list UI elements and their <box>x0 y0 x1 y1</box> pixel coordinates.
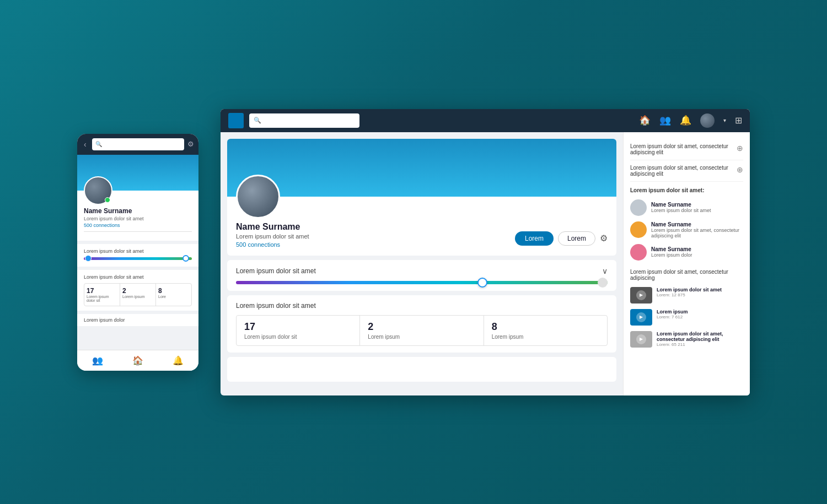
profile-gear-button[interactable]: ⚙ <box>600 233 608 243</box>
mobile-stat-text-1: Lorem ipsum <box>122 295 153 299</box>
desktop-body: Name Surname Lorem ipsum dolor sit amet … <box>221 132 750 395</box>
mobile-connections-link[interactable]: 500 connections <box>84 223 192 228</box>
sidebar-play-icon-0[interactable]: ▶ <box>636 290 646 300</box>
mobile-divider <box>84 231 192 232</box>
profile-info-area: Name Surname Lorem ipsum dolor sit amet … <box>227 197 616 256</box>
sidebar-person-name-0: Name Surname <box>651 202 743 208</box>
mobile-stat-2: 8 Lore <box>156 284 191 306</box>
mobile-nav-bell-icon[interactable]: 🔔 <box>173 355 184 366</box>
slider-section: Lorem ipsum dolor sit amet ∨ <box>227 260 616 291</box>
sidebar-video-sub-1: Lorem: 7 612 <box>657 315 743 319</box>
sidebar-section1-title: Lorem ipsum dolor sit amet: <box>630 187 743 193</box>
sidebar-plus-icon-2[interactable]: ⊕ <box>737 165 743 174</box>
stats-row: 17 Lorem ipsum dolor sit 2 Lorem ipsum 8… <box>236 315 608 346</box>
slider-thumb-end[interactable] <box>598 278 608 288</box>
sidebar-video-sub-0: Lorem: 12 875 <box>657 292 743 297</box>
sidebar-video-1[interactable]: ▶ Lorem ipsum Lorem: 7 612 <box>630 306 743 328</box>
sidebar-person-avatar-0 <box>630 199 647 216</box>
mobile-search-bar[interactable]: 🔍 <box>92 138 184 150</box>
stats-section-label: Lorem ipsum dolor sit amet <box>236 302 608 310</box>
desktop-grid-icon[interactable]: ⊞ <box>735 115 742 126</box>
sidebar-video-info-1: Lorem ipsum Lorem: 7 612 <box>657 309 743 319</box>
profile-secondary-button[interactable]: Lorem <box>558 231 595 246</box>
slider-header: Lorem ipsum dolor sit amet ∨ <box>236 267 608 275</box>
mobile-gear-icon[interactable]: ⚙ <box>187 140 194 148</box>
profile-left: Name Surname Lorem ipsum dolor sit amet … <box>236 197 309 248</box>
sidebar-play-icon-1[interactable]: ▶ <box>636 312 646 322</box>
mobile-footer-section: Lorem ipsum dolor <box>77 314 198 326</box>
sidebar-video-2[interactable]: ▶ Lorem ipsum dolor sit amet, consectetu… <box>630 328 743 350</box>
sidebar-video-title-0: Lorem ipsum dolor sit amet <box>657 287 743 292</box>
desktop-user-avatar-nav[interactable] <box>700 113 715 128</box>
sidebar-person-1[interactable]: Name Surname Lorem ipsum dolor sit amet,… <box>630 219 743 241</box>
mobile-slider-thumb-right[interactable] <box>182 255 189 262</box>
sidebar-video-thumb-0: ▶ <box>630 287 652 304</box>
mobile-search-icon: 🔍 <box>95 141 102 147</box>
sidebar-play-icon-2[interactable]: ▶ <box>636 334 646 344</box>
mobile-profile-area: Name Surname Lorem ipsum dolor sit amet … <box>77 191 198 241</box>
slider-label: Lorem ipsum dolor sit amet <box>236 267 316 275</box>
stat-num-1: 2 <box>368 321 475 333</box>
sidebar-video-thumb-2: ▶ <box>630 331 652 348</box>
sidebar-item-2[interactable]: Lorem ipsum dolor sit amet, consectetur … <box>630 160 743 182</box>
profile-primary-button[interactable]: Lorem <box>515 231 554 246</box>
scene: ‹ 🔍 ⚙ Name Surname Lorem ipsum dolor sit… <box>55 87 772 418</box>
profile-actions: Lorem Lorem ⚙ <box>515 231 608 246</box>
stat-cell-0: 17 Lorem ipsum dolor sit <box>237 316 360 345</box>
sidebar-video-0[interactable]: ▶ Lorem ipsum dolor sit amet Lorem: 12 8… <box>630 284 743 306</box>
sidebar-person-0[interactable]: Name Surname Lorem ipsum dolor sit amet <box>630 197 743 219</box>
sidebar-person-sub-2: Lorem ipsum dolor <box>651 252 743 258</box>
desktop-nav-icons: 🏠 👥 🔔 ▾ ⊞ <box>639 113 742 128</box>
mobile-stat-num-1: 2 <box>122 287 153 295</box>
sidebar-person-sub-0: Lorem ipsum dolor sit amet <box>651 208 743 213</box>
mobile-content: Name Surname Lorem ipsum dolor sit amet … <box>77 155 198 350</box>
mobile-stat-text-0: Lorem ipsum dolor sit <box>87 295 117 302</box>
sidebar-person-2[interactable]: Name Surname Lorem ipsum dolor <box>630 241 743 263</box>
sidebar-video-info-0: Lorem ipsum dolor sit amet Lorem: 12 875 <box>657 287 743 297</box>
sidebar-person-name-1: Name Surname <box>651 221 743 227</box>
profile-name: Name Surname <box>236 222 309 232</box>
profile-connections-link[interactable]: 500 connections <box>236 241 309 248</box>
desktop-search-icon: 🔍 <box>254 117 261 124</box>
mobile-slider-section: Lorem ipsum dolor sit amet <box>77 244 198 267</box>
sidebar-video-sub-2: Lorem: 65 211 <box>657 342 743 347</box>
stat-cell-1: 2 Lorem ipsum <box>360 316 484 345</box>
sidebar-item-1-text: Lorem ipsum dolor sit amet, consectetur … <box>630 143 737 155</box>
sidebar-video-info-2: Lorem ipsum dolor sit amet, consectetur … <box>657 331 743 347</box>
stat-text-2: Lorem ipsum <box>492 334 599 340</box>
stat-num-2: 8 <box>492 321 599 333</box>
mobile-user-subtitle: Lorem ipsum dolor sit amet <box>84 216 192 221</box>
profile-card: Name Surname Lorem ipsum dolor sit amet … <box>227 139 616 256</box>
sidebar-video-thumb-1: ▶ <box>630 309 652 326</box>
mobile-stats-section: Lorem ipsum dolor sit amet 17 Lorem ipsu… <box>77 270 198 311</box>
mobile-device: ‹ 🔍 ⚙ Name Surname Lorem ipsum dolor sit… <box>77 134 198 371</box>
slider-track[interactable] <box>236 281 608 284</box>
desktop-home-icon[interactable]: 🏠 <box>639 115 651 126</box>
desktop-sidebar: Lorem ipsum dolor sit amet, consectetur … <box>623 132 750 395</box>
profile-cover-photo <box>227 139 616 197</box>
desktop-chevron-icon[interactable]: ▾ <box>723 117 726 123</box>
stats-section: Lorem ipsum dolor sit amet 17 Lorem ipsu… <box>227 295 616 353</box>
slider-thumb-main[interactable] <box>477 278 487 288</box>
desktop-bell-icon[interactable]: 🔔 <box>680 115 691 126</box>
slider-chevron-icon[interactable]: ∨ <box>602 267 608 275</box>
sidebar-plus-icon-1[interactable]: ⊕ <box>737 144 743 153</box>
mobile-back-button[interactable]: ‹ <box>82 139 89 150</box>
mobile-bottom-nav: 👥 🏠 🔔 <box>77 350 198 371</box>
mobile-slider-track[interactable] <box>84 257 192 260</box>
mobile-online-dot <box>105 197 110 203</box>
stat-num-0: 17 <box>244 321 352 333</box>
empty-card <box>227 357 616 382</box>
desktop-logo[interactable] <box>228 113 244 128</box>
desktop-topbar: 🔍 🏠 👥 🔔 ▾ ⊞ <box>221 109 750 132</box>
sidebar-person-name-2: Name Surname <box>651 246 743 252</box>
desktop-search-bar[interactable]: 🔍 <box>249 113 359 128</box>
mobile-nav-people-icon[interactable]: 👥 <box>92 355 103 366</box>
sidebar-item-1[interactable]: Lorem ipsum dolor sit amet, consectetur … <box>630 139 743 160</box>
mobile-nav-home-icon[interactable]: 🏠 <box>132 355 143 366</box>
desktop-people-icon[interactable]: 👥 <box>659 115 671 126</box>
mobile-stats-row: 17 Lorem ipsum dolor sit 2 Lorem ipsum 8… <box>84 283 192 306</box>
sidebar-section2-title: Lorem ipsum dolor sit amet, consectetur … <box>630 269 743 281</box>
mobile-stat-num-2: 8 <box>158 287 189 295</box>
mobile-slider-thumb-left[interactable] <box>85 255 92 262</box>
